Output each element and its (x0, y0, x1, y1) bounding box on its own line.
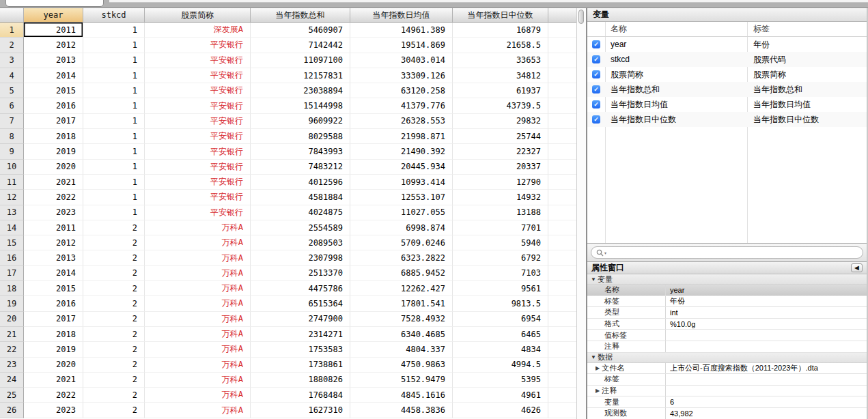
variable-row[interactable]: ✓股票简称股票简称 (587, 67, 867, 82)
cell-index-median[interactable]: 25744 (453, 129, 548, 144)
cell-stock-name[interactable]: 万科A (145, 281, 251, 296)
row-number[interactable]: 19 (0, 296, 24, 311)
cell-stkcd[interactable]: 1 (83, 114, 145, 129)
row-number[interactable]: 21 (0, 327, 24, 342)
cell-stock-name[interactable]: 平安银行 (145, 175, 251, 190)
variable-row[interactable]: ✓当年指数总和当年指数总和 (587, 82, 867, 97)
cell-year[interactable]: 2017 (24, 312, 83, 327)
cell-index-sum[interactable]: 4475786 (251, 281, 350, 296)
cell-index-mean[interactable]: 20445.934 (350, 160, 453, 175)
cell-index-median[interactable]: 6792 (453, 250, 548, 265)
property-value[interactable] (666, 330, 867, 341)
cell-stock-name[interactable]: 平安银行 (145, 144, 251, 159)
checkbox-checked-icon[interactable]: ✓ (592, 115, 600, 124)
cell-stock-name[interactable]: 万科A (145, 250, 251, 265)
cell-index-median[interactable]: 14932 (453, 190, 548, 205)
cell-year[interactable]: 2020 (24, 160, 83, 175)
cell-stkcd[interactable]: 1 (83, 23, 145, 38)
cell-stock-name[interactable]: 万科A (145, 342, 251, 357)
cell-year[interactable]: 2017 (24, 114, 83, 129)
cell-stkcd[interactable]: 2 (83, 266, 145, 281)
row-number[interactable]: 26 (0, 403, 24, 418)
cell-stkcd[interactable]: 1 (83, 38, 145, 53)
cell-index-mean[interactable]: 21998.871 (350, 129, 453, 144)
row-number[interactable]: 15 (0, 235, 24, 250)
cell-index-mean[interactable]: 14961.389 (350, 23, 453, 38)
row-number[interactable]: 20 (0, 312, 24, 327)
cell-index-sum[interactable]: 4581884 (251, 190, 350, 205)
cell-stkcd[interactable]: 2 (83, 220, 145, 235)
property-value[interactable]: 43,982 (666, 408, 867, 419)
property-value[interactable]: 6 (666, 396, 867, 407)
cell-stock-name[interactable]: 万科A (145, 327, 251, 342)
cell-year[interactable]: 2023 (24, 403, 83, 418)
variable-label[interactable]: 股票简称 (747, 69, 786, 81)
variable-name[interactable]: 当年指数日均值 (605, 99, 747, 111)
row-number[interactable]: 9 (0, 144, 24, 159)
cell-stkcd[interactable]: 2 (83, 373, 145, 388)
cell-stock-name[interactable]: 平安银行 (145, 83, 251, 98)
cell-stkcd[interactable]: 2 (83, 342, 145, 357)
row-number[interactable]: 7 (0, 114, 24, 129)
checkbox-checked-icon[interactable]: ✓ (592, 55, 600, 63)
cell-index-median[interactable]: 4626 (453, 403, 548, 418)
cell-stock-name[interactable]: 平安银行 (145, 53, 251, 68)
cell-index-median[interactable]: 43739.5 (453, 98, 548, 113)
cell-index-median[interactable]: 7701 (453, 220, 548, 235)
section-header[interactable]: ▼变量 (587, 274, 867, 285)
cell-year[interactable]: 2020 (24, 358, 83, 373)
row-number[interactable]: 3 (0, 53, 24, 68)
variable-name[interactable]: 当年指数总和 (605, 84, 747, 96)
cell-index-sum[interactable]: 4024875 (251, 205, 350, 220)
cell-stkcd[interactable]: 1 (83, 83, 145, 98)
cell-index-sum[interactable]: 2513370 (251, 266, 350, 281)
cell-index-median[interactable]: 34812 (453, 68, 548, 83)
cell-stkcd[interactable]: 1 (83, 205, 145, 220)
cell-stkcd[interactable]: 1 (83, 98, 145, 113)
cell-stkcd[interactable]: 2 (83, 358, 145, 373)
cell-index-mean[interactable]: 41379.776 (350, 98, 453, 113)
cell-index-median[interactable]: 6465 (453, 327, 548, 342)
cell-index-mean[interactable]: 63120.258 (350, 83, 453, 98)
cell-index-median[interactable]: 21658.5 (453, 38, 548, 53)
cell-index-mean[interactable]: 33309.126 (350, 68, 453, 83)
cell-index-median[interactable]: 5940 (453, 235, 548, 250)
cell-index-sum[interactable]: 23038894 (251, 83, 350, 98)
cell-stkcd[interactable]: 2 (83, 235, 145, 250)
variable-name[interactable]: year (605, 40, 747, 49)
cell-stkcd[interactable]: 1 (83, 68, 145, 83)
cell-stkcd[interactable]: 2 (83, 250, 145, 265)
property-value[interactable] (666, 386, 867, 396)
cell-year[interactable]: 2022 (24, 388, 83, 403)
cell-year[interactable]: 2019 (24, 144, 83, 159)
cell-year[interactable]: 2014 (24, 68, 83, 83)
variable-label[interactable]: 年份 (747, 39, 770, 50)
row-number[interactable]: 5 (0, 83, 24, 98)
cell-stkcd[interactable]: 2 (83, 296, 145, 311)
cell-year[interactable]: 2019 (24, 342, 83, 357)
cell-index-median[interactable]: 33653 (453, 53, 548, 68)
checkbox-checked-icon[interactable]: ✓ (592, 40, 600, 48)
disclosure-triangle-icon[interactable]: ▶ (596, 365, 600, 371)
scrollbar-thumb[interactable] (578, 10, 584, 24)
cell-index-mean[interactable]: 5709.0246 (350, 235, 453, 250)
cell-index-mean[interactable]: 30403.014 (350, 53, 453, 68)
cell-index-median[interactable]: 9561 (453, 281, 548, 296)
property-value[interactable]: %10.0g (666, 319, 867, 330)
cell-stkcd[interactable]: 2 (83, 281, 145, 296)
cell-year[interactable]: 2012 (24, 235, 83, 250)
row-number[interactable]: 10 (0, 160, 24, 175)
cell-stock-name[interactable]: 平安银行 (145, 190, 251, 205)
cell-index-sum[interactable]: 2089503 (251, 235, 350, 250)
row-number[interactable]: 13 (0, 205, 24, 220)
cell-index-sum[interactable]: 4012596 (251, 175, 350, 190)
checkbox-checked-icon[interactable]: ✓ (592, 100, 600, 109)
cell-stock-name[interactable]: 万科A (145, 266, 251, 281)
cell-index-sum[interactable]: 6515364 (251, 296, 350, 311)
cell-index-median[interactable]: 6954 (453, 312, 548, 327)
cell-index-sum[interactable]: 1768484 (251, 388, 350, 403)
row-number[interactable]: 17 (0, 266, 24, 281)
cell-reference-box[interactable] (5, 0, 104, 7)
row-number[interactable]: 8 (0, 129, 24, 144)
cell-stkcd[interactable]: 1 (83, 144, 145, 159)
